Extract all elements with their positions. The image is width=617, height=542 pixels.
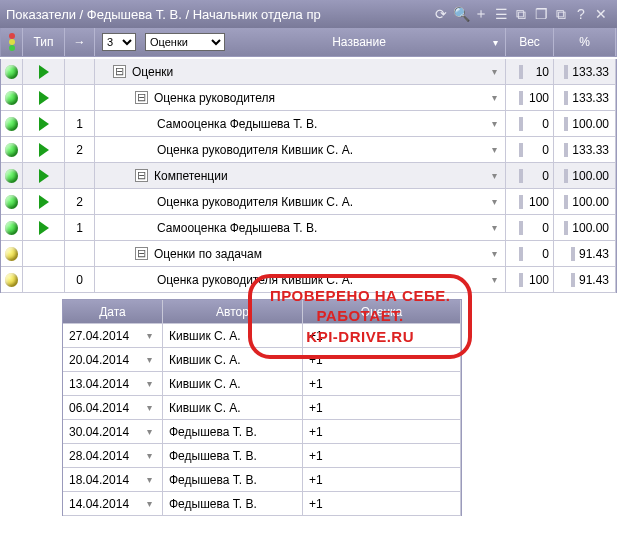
percent-value: 100.00 [564, 195, 609, 209]
detail-date-cell[interactable]: 18.04.2014▾ [63, 468, 163, 491]
dropdown-icon[interactable]: ▾ [142, 449, 156, 463]
grid-row[interactable]: ⊟Оценка руководителя▾100133.33 [1, 85, 616, 111]
grid-row[interactable]: 1Самооценка Федышева Т. В.▾0100.00 [1, 215, 616, 241]
detail-date-cell[interactable]: 30.04.2014▾ [63, 420, 163, 443]
detail-header-author[interactable]: Автор [163, 300, 303, 323]
sort-icon[interactable]: ▾ [493, 37, 498, 48]
dropdown-icon[interactable]: ▾ [487, 65, 501, 79]
search-icon[interactable]: 🔍 [451, 4, 471, 24]
percent-value: 100.00 [564, 221, 609, 235]
dropdown-icon[interactable]: ▾ [487, 143, 501, 157]
detail-date-cell[interactable]: 27.04.2014▾ [63, 324, 163, 347]
detail-author-cell: Федышева Т. В. [163, 420, 303, 443]
detail-row[interactable]: 18.04.2014▾Федышева Т. В.+1 [63, 468, 461, 492]
grid-row[interactable]: ⊟Компетенции▾0100.00 [1, 163, 616, 189]
name-cell[interactable]: ⊟Оценки по задачам▾ [95, 241, 506, 266]
dropdown-icon[interactable]: ▾ [487, 91, 501, 105]
detail-date-cell[interactable]: 06.04.2014▾ [63, 396, 163, 419]
expander-icon[interactable]: ⊟ [113, 65, 126, 78]
grid-row[interactable]: ⊟Оценки по задачам▾091.43 [1, 241, 616, 267]
copy-icon[interactable]: ⧉ [551, 4, 571, 24]
refresh-icon[interactable]: ⟳ [431, 4, 451, 24]
name-cell[interactable]: Оценка руководителя Кившик С. А.▾ [95, 267, 506, 292]
grid-row[interactable]: ⊟Оценки▾10133.33 [1, 59, 616, 85]
expander-icon[interactable]: ⊟ [135, 91, 148, 104]
traffic-cell [1, 111, 23, 136]
detail-row[interactable]: 28.04.2014▾Федышева Т. В.+1 [63, 444, 461, 468]
name-cell[interactable]: Самооценка Федышева Т. В.▾ [95, 215, 506, 240]
window-icon[interactable]: ❐ [531, 4, 551, 24]
weight-value: 0 [519, 143, 549, 157]
detail-header-value[interactable]: Оценка [303, 300, 461, 323]
grid-row[interactable]: 0Оценка руководителя Кившик С. А.▾10091.… [1, 267, 616, 293]
dropdown-icon[interactable]: ▾ [142, 377, 156, 391]
dropdown-icon[interactable]: ▾ [142, 401, 156, 415]
name-cell[interactable]: Оценка руководителя Кившик С. А.▾ [95, 189, 506, 214]
detail-date-cell[interactable]: 20.04.2014▾ [63, 348, 163, 371]
name-cell[interactable]: Самооценка Федышева Т. В.▾ [95, 111, 506, 136]
detail-row[interactable]: 14.04.2014▾Федышева Т. В.+1 [63, 492, 461, 516]
percent-value: 133.33 [564, 143, 609, 157]
header-percent[interactable]: % [554, 28, 616, 56]
dropdown-icon[interactable]: ▾ [487, 117, 501, 131]
percent-cell: 100.00 [554, 163, 616, 188]
header-arrow[interactable]: → [65, 28, 95, 56]
grid-row[interactable]: 1Самооценка Федышева Т. В.▾0100.00 [1, 111, 616, 137]
detail-row[interactable]: 13.04.2014▾Кившик С. А.+1 [63, 372, 461, 396]
name-cell[interactable]: ⊟Оценка руководителя▾ [95, 85, 506, 110]
weight-cell: 0 [506, 215, 554, 240]
traffic-cell [1, 163, 23, 188]
detail-header-date[interactable]: Дата [63, 300, 163, 323]
name-cell[interactable]: ⊟Оценки▾ [95, 59, 506, 84]
dropdown-icon[interactable]: ▾ [487, 273, 501, 287]
order-cell [65, 163, 95, 188]
expander-icon[interactable]: ⊟ [135, 247, 148, 260]
filter-select[interactable]: Оценки [145, 33, 225, 51]
dropdown-icon[interactable]: ▾ [142, 329, 156, 343]
detail-row[interactable]: 20.04.2014▾Кившик С. А.+1 [63, 348, 461, 372]
detail-row[interactable]: 30.04.2014▾Федышева Т. В.+1 [63, 420, 461, 444]
grid-header: Тип → 3 Оценки Название ▾ Вес % [0, 28, 617, 57]
row-name: Самооценка Федышева Т. В. [157, 117, 317, 131]
play-icon [39, 91, 49, 105]
detail-date-cell[interactable]: 14.04.2014▾ [63, 492, 163, 515]
order-cell [65, 241, 95, 266]
status-dot-icon [5, 65, 18, 79]
dropdown-icon[interactable]: ▾ [142, 497, 156, 511]
dropdown-icon[interactable]: ▾ [142, 473, 156, 487]
plus-icon[interactable]: ＋ [471, 4, 491, 24]
name-cell[interactable]: Оценка руководителя Кившик С. А.▾ [95, 137, 506, 162]
close-icon[interactable]: ✕ [591, 4, 611, 24]
level-select[interactable]: 3 [102, 33, 136, 51]
dropdown-icon[interactable]: ▾ [487, 195, 501, 209]
dropdown-icon[interactable]: ▾ [487, 247, 501, 261]
detail-header: Дата Автор Оценка [63, 300, 461, 324]
window-title: Показатели / Федышева Т. В. / Начальник … [6, 7, 431, 22]
weight-cell: 0 [506, 241, 554, 266]
detail-author-cell: Кившик С. А. [163, 348, 303, 371]
header-type[interactable]: Тип [23, 28, 65, 56]
order-cell: 2 [65, 189, 95, 214]
traffic-cell [1, 215, 23, 240]
dropdown-icon[interactable]: ▾ [142, 353, 156, 367]
expander-icon[interactable]: ⊟ [135, 169, 148, 182]
header-weight[interactable]: Вес [506, 28, 554, 56]
dropdown-icon[interactable]: ▾ [487, 169, 501, 183]
grid-row[interactable]: 2Оценка руководителя Кившик С. А.▾0133.3… [1, 137, 616, 163]
detail-row[interactable]: 27.04.2014▾Кившик С. А.+1 [63, 324, 461, 348]
detail-date-cell[interactable]: 28.04.2014▾ [63, 444, 163, 467]
dropdown-icon[interactable]: ▾ [142, 425, 156, 439]
columns-icon[interactable]: ☰ [491, 4, 511, 24]
detail-author-cell: Кившик С. А. [163, 396, 303, 419]
name-cell[interactable]: ⊟Компетенции▾ [95, 163, 506, 188]
detail-row[interactable]: 06.04.2014▾Кившик С. А.+1 [63, 396, 461, 420]
help-icon[interactable]: ? [571, 4, 591, 24]
grid-row[interactable]: 2Оценка руководителя Кившик С. А.▾100100… [1, 189, 616, 215]
dropdown-icon[interactable]: ▾ [487, 221, 501, 235]
detail-date-cell[interactable]: 13.04.2014▾ [63, 372, 163, 395]
weight-cell: 0 [506, 111, 554, 136]
detail-date: 18.04.2014 [69, 473, 129, 487]
header-name-label[interactable]: Название [231, 35, 487, 49]
type-cell [23, 59, 65, 84]
export-icon[interactable]: ⧉ [511, 4, 531, 24]
